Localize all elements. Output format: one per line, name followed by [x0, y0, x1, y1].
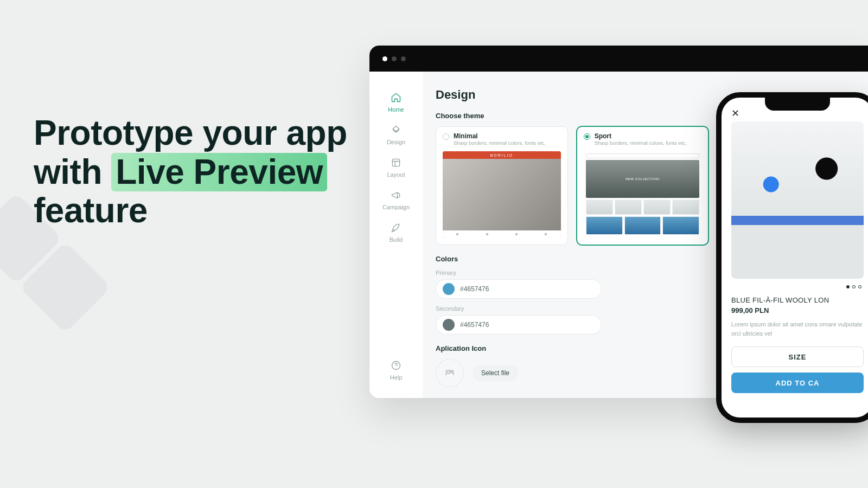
sidebar-item-help[interactable]: Help [390, 360, 403, 381]
color-swatch-icon [443, 319, 455, 331]
image-icon [444, 368, 455, 378]
hero-line3: feature [34, 191, 148, 230]
size-button[interactable]: SIZE [731, 346, 864, 367]
close-icon[interactable]: ✕ [731, 110, 740, 118]
app-icon-placeholder[interactable] [436, 359, 464, 387]
thumb-hero: NEW COLLECTION! [586, 160, 700, 198]
layout-icon [391, 157, 401, 168]
add-to-cart-button[interactable]: ADD TO CA [731, 373, 864, 393]
sidebar-item-design[interactable]: Design [387, 125, 405, 145]
help-icon [391, 360, 401, 371]
svg-point-3 [448, 371, 449, 373]
color-field-secondary[interactable]: #4657476 [436, 315, 602, 335]
build-icon [391, 222, 401, 233]
phone-notch [765, 98, 830, 111]
phone-preview: ✕ BLUE FIL-À-FIL WOOLY LON 999,00 PLN Lo… [716, 92, 868, 423]
design-icon [391, 125, 401, 136]
theme-name: Sport [595, 132, 687, 140]
sidebar-item-label: Home [388, 106, 404, 113]
theme-name: Minimal [454, 132, 546, 140]
theme-desc: Sharp borders, minimal colors, fonts etc… [454, 140, 546, 147]
theme-card-sport[interactable]: Sport Sharp borders, minimal colors, fon… [577, 126, 709, 245]
sidebar-item-label: Help [390, 374, 403, 381]
product-price: 999,00 PLN [731, 306, 864, 314]
pager-dots[interactable] [731, 285, 864, 288]
color-value: #4657476 [460, 285, 489, 293]
campaign-icon [391, 190, 401, 201]
sidebar-item-build[interactable]: Build [390, 222, 403, 243]
sidebar-item-label: Campaign [382, 204, 410, 210]
svg-rect-0 [392, 159, 399, 166]
sidebar-item-label: Design [387, 139, 405, 145]
sidebar-item-home[interactable]: Home [388, 92, 404, 113]
hero-line2-pre: with [34, 152, 111, 191]
hero-headline: Prototype your app with Live Preview fea… [34, 114, 359, 230]
home-icon [391, 92, 401, 103]
sidebar-item-campaign[interactable]: Campaign [382, 190, 410, 210]
hero-highlight: Live Preview [111, 153, 327, 192]
color-field-primary[interactable]: #4657476 [436, 279, 602, 299]
theme-card-minimal[interactable]: Minimal Sharp borders, minimal colors, f… [436, 126, 568, 245]
traffic-light-min[interactable] [392, 56, 397, 61]
theme-thumb-sport: NEW COLLECTION! [584, 151, 702, 238]
select-file-button[interactable]: Select file [473, 365, 518, 381]
sidebar-item-label: Build [390, 236, 403, 243]
thumb-brand: BORILIO [443, 151, 561, 159]
traffic-light-max[interactable] [401, 56, 406, 61]
traffic-light-close[interactable] [382, 56, 387, 61]
color-swatch-icon [443, 283, 455, 295]
sidebar-item-label: Layout [387, 171, 405, 178]
product-desc: Lorem ipsum dolor sit amet cons ornare v… [731, 320, 864, 338]
theme-desc: Sharp borders, minimal colors, fonts etc… [595, 140, 687, 147]
product-title: BLUE FIL-À-FIL WOOLY LON [731, 296, 864, 304]
sidebar-item-layout[interactable]: Layout [387, 157, 405, 178]
radio-icon [584, 133, 590, 140]
sidebar: Home Design Layout Campaign Build Help [369, 72, 423, 398]
radio-icon [443, 133, 449, 140]
hero-line1: Prototype your app [34, 113, 347, 152]
color-value: #4657476 [460, 321, 489, 329]
product-image [731, 121, 864, 279]
window-titlebar [369, 46, 868, 72]
theme-thumb-minimal: BORILIO [443, 151, 561, 238]
